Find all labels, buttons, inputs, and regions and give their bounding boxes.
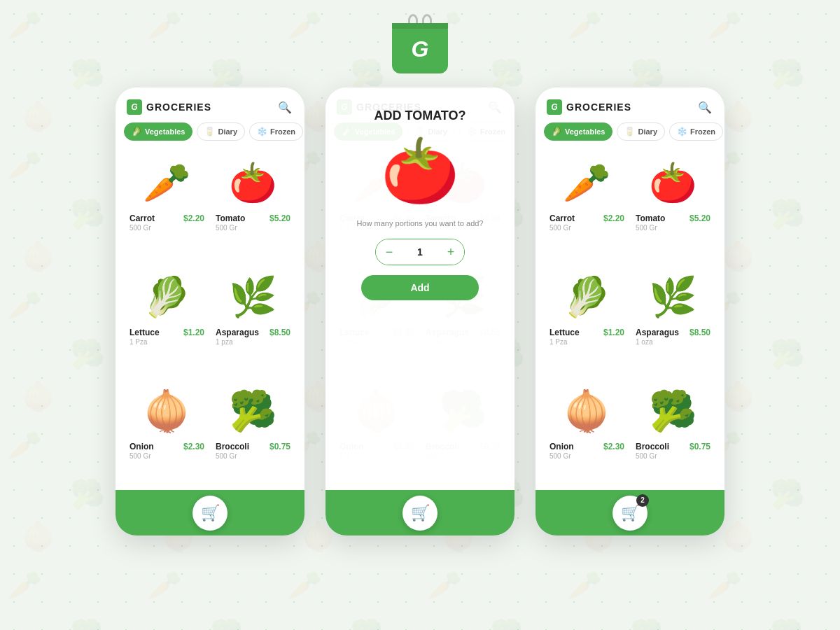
bag-letter: G bbox=[412, 36, 429, 62]
cart-button-1[interactable]: 🛒 bbox=[192, 496, 227, 531]
quantity-decrease-button[interactable]: − bbox=[376, 239, 402, 265]
product-onion-3[interactable]: 🧅 Onion $2.30 500 Gr bbox=[544, 376, 630, 490]
tab-diary-1[interactable]: 🥛 Diary bbox=[197, 122, 245, 141]
broccoli-weight: 500 Gr bbox=[216, 452, 290, 460]
quantity-value: 1 bbox=[402, 239, 438, 265]
phone-1-header: G GROCERIES 🔍 bbox=[115, 88, 304, 122]
lettuce-weight: 1 Pza bbox=[130, 338, 204, 346]
diary-icon: 🥛 bbox=[204, 127, 215, 136]
tomato-image: 🍅 bbox=[216, 155, 290, 211]
broccoli-price: $0.75 bbox=[270, 442, 290, 451]
tab-vegetables-1[interactable]: 🥬 Vegetables bbox=[124, 122, 192, 141]
carrot-image: 🥕 bbox=[130, 155, 204, 211]
product-lettuce-3[interactable]: 🥬 Lettuce $1.20 1 Pza bbox=[544, 262, 630, 376]
asparagus-price: $8.50 bbox=[270, 328, 290, 337]
category-tabs-1: 🥬 Vegetables 🥛 Diary ❄️ Frozen 💬 Mo bbox=[115, 122, 304, 148]
product-tomato-3[interactable]: 🍅 Tomato $5.20 500 Gr bbox=[630, 148, 716, 262]
search-icon-3[interactable]: 🔍 bbox=[696, 99, 713, 115]
tomato-name: Tomato bbox=[216, 214, 245, 223]
search-icon[interactable]: 🔍 bbox=[276, 99, 293, 115]
broccoli-image: 🥦 bbox=[216, 383, 290, 439]
tab-diary-3[interactable]: 🥛 Diary bbox=[617, 122, 665, 141]
product-broccoli-3[interactable]: 🥦 Broccoli $0.75 500 Gr bbox=[630, 376, 716, 490]
tab-frozen-3[interactable]: ❄️ Frozen bbox=[669, 122, 723, 141]
phones-container: G GROCERIES 🔍 🥬 Vegetables 🥛 Diary ❄️ Fr… bbox=[115, 88, 724, 536]
logo-badge: G bbox=[127, 99, 142, 115]
frozen-icon: ❄️ bbox=[257, 127, 267, 136]
carrot-name: Carrot bbox=[130, 214, 155, 223]
product-lettuce-1[interactable]: 🥬 Lettuce $1.20 1 Pza bbox=[124, 262, 210, 376]
product-carrot-1[interactable]: 🥕 Carrot $2.20 500 Gr bbox=[124, 148, 210, 262]
tab-frozen-1[interactable]: ❄️ Frozen bbox=[249, 122, 303, 141]
modal-product-image: 🍅 bbox=[381, 134, 459, 208]
phone-3-footer: 🛒 2 bbox=[536, 490, 724, 536]
onion-weight: 500 Gr bbox=[130, 452, 204, 460]
onion-name: Onion bbox=[130, 442, 154, 451]
product-tomato-1[interactable]: 🍅 Tomato $5.20 500 Gr bbox=[210, 148, 296, 262]
carrot-weight: 500 Gr bbox=[130, 224, 204, 232]
product-carrot-3[interactable]: 🥕 Carrot $2.20 500 Gr bbox=[544, 148, 630, 262]
quantity-control: − 1 + bbox=[375, 239, 465, 265]
app-name-3: GROCERIES bbox=[566, 102, 631, 113]
app-logo: G bbox=[392, 14, 448, 74]
lettuce-image: 🥬 bbox=[130, 269, 204, 325]
bag-icon: G bbox=[392, 14, 448, 74]
phone-1-logo: G GROCERIES bbox=[127, 99, 211, 115]
cart-button-2[interactable]: 🛒 bbox=[402, 496, 438, 531]
app-name: GROCERIES bbox=[146, 102, 211, 113]
category-tabs-3: 🥬 Vegetables 🥛 Diary ❄️ Frozen 💬 Mo bbox=[536, 122, 724, 148]
phone-2-footer: 🛒 bbox=[326, 490, 514, 536]
onion-image: 🧅 bbox=[130, 383, 204, 439]
phone-3-logo: G GROCERIES bbox=[547, 99, 631, 115]
bag-body: G bbox=[392, 24, 448, 74]
cart-badge: 2 bbox=[636, 494, 649, 507]
modal-subtitle: How many portions you want to add? bbox=[357, 219, 484, 227]
broccoli-name: Broccoli bbox=[216, 442, 249, 451]
phone-2: G GROCERIES 🔍 🥬 Vegetables 🥛 Diary ❄️ Fr… bbox=[326, 88, 514, 536]
product-onion-1[interactable]: 🧅 Onion $2.30 500 Gr bbox=[124, 376, 210, 490]
logo-badge-3: G bbox=[547, 99, 562, 115]
carrot-price: $2.20 bbox=[183, 214, 204, 223]
product-asparagus-3[interactable]: 🌿 Asparagus $8.50 1 oza bbox=[630, 262, 716, 376]
product-asparagus-1[interactable]: 🌿 Asparagus $8.50 1 pza bbox=[210, 262, 296, 376]
lettuce-price: $1.20 bbox=[183, 328, 204, 337]
add-tomato-modal: ADD TOMATO? 🍅 How many portions you want… bbox=[326, 88, 514, 490]
asparagus-weight: 1 pza bbox=[216, 338, 290, 346]
tomato-price: $5.20 bbox=[270, 214, 290, 223]
quantity-increase-button[interactable]: + bbox=[438, 239, 464, 265]
lettuce-name: Lettuce bbox=[130, 328, 160, 337]
modal-title: ADD TOMATO? bbox=[374, 108, 466, 123]
product-broccoli-1[interactable]: 🥦 Broccoli $0.75 500 Gr bbox=[210, 376, 296, 490]
phone-1: G GROCERIES 🔍 🥬 Vegetables 🥛 Diary ❄️ Fr… bbox=[115, 88, 304, 536]
asparagus-name: Asparagus bbox=[216, 328, 259, 337]
asparagus-image: 🌿 bbox=[216, 269, 290, 325]
add-to-cart-button[interactable]: Add bbox=[361, 275, 478, 300]
tomato-weight: 500 Gr bbox=[216, 224, 290, 232]
tab-vegetables-3[interactable]: 🥬 Vegetables bbox=[544, 122, 612, 141]
products-grid-1: 🥕 Carrot $2.20 500 Gr 🍅 Tomato $5.20 bbox=[115, 148, 304, 490]
phone-1-footer: 🛒 bbox=[115, 490, 304, 536]
onion-price: $2.30 bbox=[183, 442, 204, 451]
phone-3: G GROCERIES 🔍 🥬 Vegetables 🥛 Diary ❄️ Fr… bbox=[536, 88, 724, 536]
cart-button-3[interactable]: 🛒 2 bbox=[612, 496, 648, 531]
products-grid-3: 🥕 Carrot $2.20 500 Gr 🍅 Tomato $5.20 bbox=[536, 148, 724, 490]
phone-3-header: G GROCERIES 🔍 bbox=[536, 88, 724, 122]
veg-icon: 🥬 bbox=[132, 127, 142, 136]
